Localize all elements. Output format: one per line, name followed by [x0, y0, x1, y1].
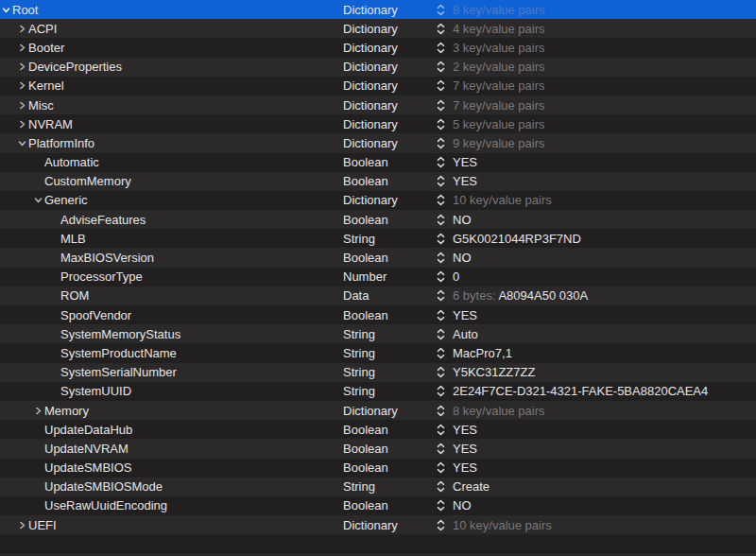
key-cell: SpoofVendor [0, 308, 343, 322]
value-text: 5 key/value pairs [453, 117, 545, 131]
type-stepper-icon[interactable] [431, 42, 451, 54]
value-text: 3 key/value pairs [453, 41, 545, 55]
chevron-right-icon[interactable] [16, 42, 28, 54]
table-row[interactable]: UpdateSMBIOS Boolean YES [0, 459, 756, 478]
type-label: String [343, 232, 431, 246]
key-label: UpdateNVRAM [44, 442, 129, 456]
type-stepper-icon[interactable] [431, 405, 451, 417]
type-stepper-icon[interactable] [431, 79, 451, 92]
type-stepper-icon[interactable] [431, 289, 451, 302]
table-row[interactable]: Misc Dictionary 7 key/value pairs [0, 96, 756, 114]
table-row[interactable]: MLB String G5K0021044RP3F7ND [0, 229, 756, 248]
value-label: NO [451, 213, 756, 227]
type-stepper-icon[interactable] [431, 214, 451, 226]
type-stepper-icon[interactable] [431, 137, 451, 149]
type-stepper-icon[interactable] [431, 4, 451, 16]
chevron-down-icon[interactable] [0, 4, 12, 16]
indent-spacer [0, 238, 48, 239]
table-row[interactable]: Booter Dictionary 3 key/value pairs [0, 38, 756, 57]
type-stepper-icon[interactable] [431, 499, 451, 512]
type-stepper-icon[interactable] [431, 347, 451, 359]
table-row[interactable]: ProcessorType Number 0 [0, 268, 756, 287]
value-text: YES [453, 174, 477, 188]
chevron-right-icon[interactable] [16, 61, 28, 73]
type-stepper-icon[interactable] [431, 385, 451, 397]
chevron-right-icon[interactable] [16, 519, 28, 531]
table-row[interactable]: SystemUUID String 2E24F7CE-D321-4321-FAK… [0, 382, 756, 401]
table-row[interactable]: UpdateDataHub Boolean YES [0, 420, 756, 439]
table-row[interactable]: UpdateSMBIOSMode String Create [0, 478, 756, 496]
type-stepper-icon[interactable] [431, 233, 451, 245]
value-label: 7 key/value pairs [451, 78, 756, 93]
type-stepper-icon[interactable] [431, 194, 451, 206]
chevron-right-icon[interactable] [16, 23, 28, 35]
table-row[interactable]: Root Dictionary 8 key/value pairs [0, 0, 756, 19]
table-row[interactable]: ROM Data 6 bytes: A8094A50 030A [0, 287, 756, 305]
type-label: Dictionary [343, 41, 431, 55]
type-stepper-icon[interactable] [431, 270, 451, 283]
table-row[interactable]: UEFI Dictionary 10 key/value pairs [0, 515, 756, 534]
table-row[interactable]: SpoofVendor Boolean YES [0, 305, 756, 324]
table-row[interactable]: NVRAM Dictionary 5 key/value pairs [0, 114, 756, 133]
key-label: Memory [44, 404, 89, 418]
table-row[interactable]: UpdateNVRAM Boolean YES [0, 439, 756, 458]
table-row[interactable]: SystemSerialNumber String Y5KC31ZZ7ZZ [0, 363, 756, 382]
table-row[interactable]: Kernel Dictionary 7 key/value pairs [0, 77, 756, 96]
type-label: Dictionary [343, 98, 431, 113]
value-label: YES [451, 423, 756, 437]
type-stepper-icon[interactable] [431, 443, 451, 455]
indent-spacer [0, 143, 16, 144]
indent-spacer [0, 200, 32, 200]
value-label: 4 key/value pairs [451, 22, 756, 36]
key-label: ACPI [28, 22, 57, 36]
table-row[interactable]: AdviseFeatures Boolean NO [0, 210, 756, 229]
table-row[interactable]: SystemProductName String MacPro7,1 [0, 343, 756, 362]
key-label: Misc [28, 98, 54, 113]
type-stepper-icon[interactable] [431, 480, 451, 493]
type-stepper-icon[interactable] [431, 61, 451, 73]
chevron-right-icon[interactable] [16, 118, 28, 130]
table-row[interactable]: UseRawUuidEncoding Boolean NO [0, 496, 756, 515]
type-label: Dictionary [343, 22, 431, 36]
table-row[interactable]: Memory Dictionary 8 key/value pairs [0, 401, 756, 420]
type-stepper-icon[interactable] [431, 366, 451, 378]
type-stepper-icon[interactable] [431, 175, 451, 187]
table-row[interactable]: Generic Dictionary 10 key/value pairs [0, 191, 756, 210]
type-stepper-icon[interactable] [431, 328, 451, 340]
table-row[interactable]: Automatic Boolean YES [0, 153, 756, 172]
value-text: YES [453, 442, 477, 456]
type-stepper-icon[interactable] [431, 118, 451, 130]
key-label: SystemSerialNumber [60, 365, 177, 379]
indent-spacer [0, 505, 32, 506]
chevron-down-icon[interactable] [32, 194, 44, 206]
type-stepper-icon[interactable] [431, 519, 451, 531]
table-row[interactable]: ACPI Dictionary 4 key/value pairs [0, 19, 756, 38]
value-label: YES [451, 155, 756, 169]
table-row[interactable]: PlatformInfo Dictionary 9 key/value pair… [0, 133, 756, 152]
key-label: SystemProductName [60, 346, 177, 360]
type-stepper-icon[interactable] [431, 252, 451, 264]
key-cell: MaxBIOSVersion [0, 251, 343, 265]
type-stepper-icon[interactable] [431, 424, 451, 436]
type-label: Boolean [343, 174, 431, 188]
table-row[interactable]: SystemMemoryStatus String Auto [0, 324, 756, 343]
chevron-down-icon[interactable] [16, 137, 28, 149]
disclosure-chevron-icon [32, 175, 44, 187]
type-stepper-icon[interactable] [431, 309, 451, 321]
value-label: MacPro7,1 [451, 346, 756, 360]
key-cell: Misc [0, 98, 343, 113]
type-stepper-icon[interactable] [431, 23, 451, 35]
chevron-right-icon[interactable] [16, 79, 28, 92]
type-stepper-icon[interactable] [431, 156, 451, 168]
type-stepper-icon[interactable] [431, 461, 451, 474]
table-row[interactable]: DeviceProperties Dictionary 2 key/value … [0, 58, 756, 77]
type-stepper-icon[interactable] [431, 99, 451, 112]
table-row[interactable]: MaxBIOSVersion Boolean NO [0, 248, 756, 267]
value-text: YES [453, 308, 477, 322]
chevron-right-icon[interactable] [16, 99, 28, 112]
chevron-right-icon[interactable] [32, 405, 44, 417]
value-label: Y5KC31ZZ7ZZ [451, 365, 756, 379]
disclosure-chevron-icon [32, 480, 44, 493]
table-row[interactable]: CustomMemory Boolean YES [0, 172, 756, 191]
value-label: 9 key/value pairs [451, 136, 756, 150]
